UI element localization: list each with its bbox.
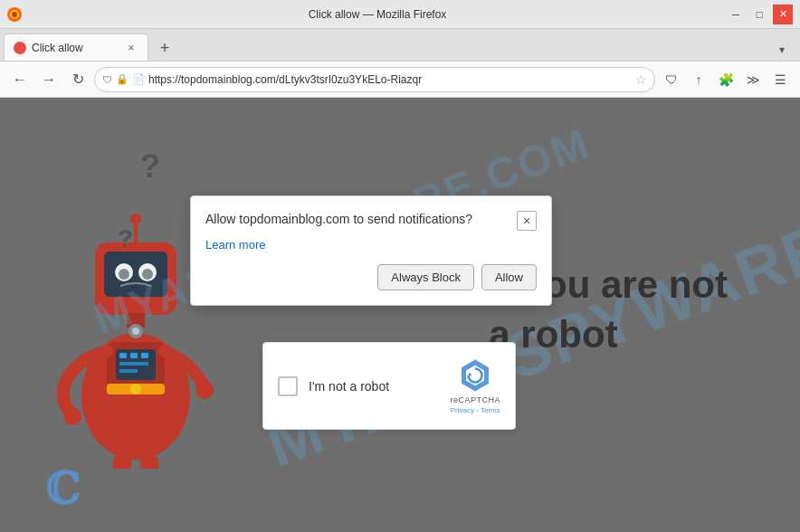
svg-rect-17 [141,353,148,358]
notification-close-button[interactable]: × [517,211,537,231]
recaptcha-logo-icon [457,357,493,394]
page-background: ? ? MYANTISPYWARE.COM MYANTISPYWARE.COM … [0,98,800,532]
svg-rect-15 [119,353,127,358]
svg-point-21 [195,381,214,399]
pocket-button[interactable]: 🛡 [659,67,684,92]
title-bar: Click allow — Mozilla Firefox ─ □ ✕ [0,0,800,29]
nav-bar: ← → ↻ 🛡 🔒 📄 ☆ 🛡 ↑ 🧩 ≫ ☰ [0,62,800,98]
svg-point-25 [130,384,141,394]
svg-rect-23 [140,456,158,469]
shield-icon: 🛡 [102,74,112,85]
recaptcha-brand: reCAPTCHA [450,395,500,404]
svg-point-9 [142,269,153,280]
reload-button[interactable]: ↻ [65,67,90,92]
tab-close-button[interactable]: × [124,41,138,55]
svg-rect-22 [113,456,131,469]
back-button[interactable]: ← [7,67,33,92]
page-content: ? ? MYANTISPYWARE.COM MYANTISPYWARE.COM … [0,98,800,532]
notification-buttons: Always Block Allow [205,264,537,290]
svg-point-2 [12,12,17,17]
svg-rect-18 [119,362,148,366]
minimize-button[interactable]: ─ [726,5,746,24]
browser-window: Click allow — Mozilla Firefox ─ □ ✕ Clic… [0,0,800,532]
svg-point-27 [132,328,139,335]
svg-point-20 [63,407,81,425]
overflow-button[interactable]: ≫ [740,67,766,92]
firefox-icon [7,7,22,22]
tab-list-button[interactable]: ▾ [771,39,793,61]
notification-header: Allow topdomainblog.com to send notifica… [205,211,537,231]
svg-rect-16 [130,353,138,358]
new-tab-button[interactable]: + [152,35,177,61]
recaptcha-privacy-link[interactable]: Privacy [451,406,474,414]
recaptcha-widget: I'm not a robot reCAPTCHA Privacy - Term… [262,342,516,430]
tab-favicon [14,42,26,54]
active-tab[interactable]: Click allow × [4,33,148,61]
recaptcha-terms-link[interactable]: Terms [481,406,500,414]
svg-rect-19 [119,369,138,373]
extensions-button[interactable]: 🧩 [713,67,738,92]
always-block-button[interactable]: Always Block [377,264,474,290]
notification-popup: Allow topdomainblog.com to send notifica… [190,195,552,306]
menu-button[interactable]: ☰ [767,67,793,92]
tab-title: Click allow [32,42,119,54]
c-logo: ℂ [45,463,80,514]
tab-bar: Click allow × + ▾ [0,29,800,62]
window-title: Click allow — Mozilla Firefox [29,8,726,21]
window-controls: ─ □ ✕ [726,5,793,24]
recaptcha-links: Privacy - Terms [451,406,500,414]
recaptcha-label: I'm not a robot [309,379,389,394]
forward-button[interactable]: → [36,67,62,92]
allow-button[interactable]: Allow [481,264,537,290]
page-icon: 📄 [132,73,145,85]
svg-rect-5 [104,252,167,297]
tab-bar-end: ▾ [177,39,796,61]
bookmark-star-icon[interactable]: ☆ [635,72,647,87]
question-mark-2: ? [118,224,133,253]
svg-point-8 [119,269,129,280]
nav-right-icons: 🛡 ↑ 🧩 ≫ ☰ [659,67,793,92]
sync-button[interactable]: ↑ [686,67,711,92]
notification-title: Allow topdomainblog.com to send notifica… [205,211,517,229]
svg-point-11 [130,214,141,224]
recaptcha-right: reCAPTCHA Privacy - Terms [450,357,500,414]
learn-more-link[interactable]: Learn more [205,238,537,252]
question-mark-1: ? [140,147,160,185]
close-window-button[interactable]: ✕ [773,5,793,24]
lock-icon: 🔒 [116,73,129,85]
recaptcha-checkbox[interactable] [278,376,298,396]
maximize-button[interactable]: □ [749,5,769,24]
url-input[interactable] [148,73,632,86]
address-bar[interactable]: 🛡 🔒 📄 ☆ [94,67,655,92]
recaptcha-left: I'm not a robot [278,376,389,396]
